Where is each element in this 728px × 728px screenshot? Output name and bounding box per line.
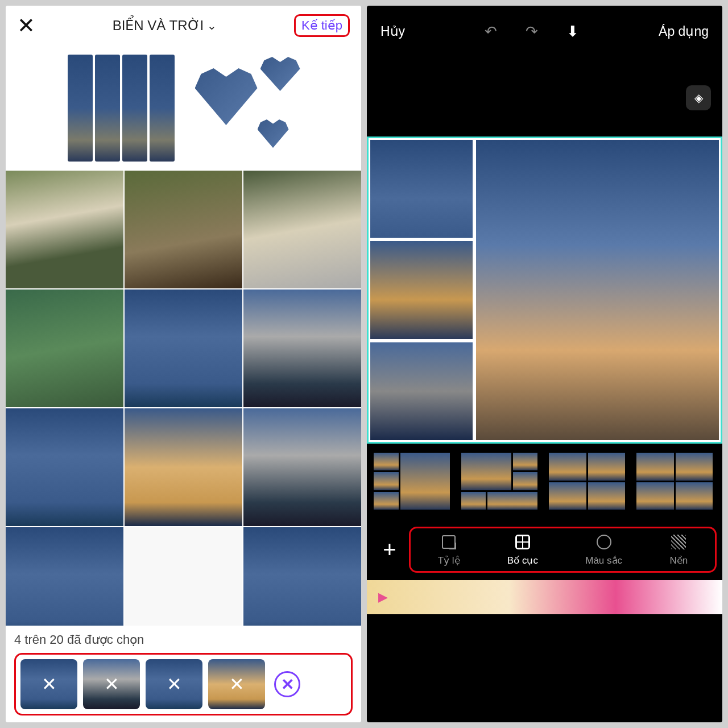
nav-label: Bố cục (507, 555, 538, 566)
photo-thumbnail[interactable] (6, 289, 123, 407)
photo-thumbnail[interactable] (125, 171, 242, 288)
remove-icon[interactable]: ✕ (83, 659, 140, 709)
clear-selection-button[interactable]: ✕ (274, 671, 300, 697)
template-hearts[interactable] (189, 51, 303, 165)
album-title-label: BIỂN VÀ TRỜI (113, 18, 204, 34)
nav-label: Tỷ lệ (438, 555, 460, 566)
editor-header: Hủy ↶ ↷ ⬇ Áp dụng (367, 6, 722, 57)
next-button[interactable]: Kế tiếp (294, 14, 350, 37)
cancel-button[interactable]: Hủy (380, 24, 405, 39)
close-button[interactable]: ✕ (17, 13, 35, 38)
nav-item-background[interactable]: Nền (669, 533, 688, 566)
album-selector[interactable]: BIỂN VÀ TRỜI ⌄ (113, 18, 217, 34)
remove-icon[interactable]: ✕ (20, 659, 77, 709)
photo-picker-screen: ✕ BIỂN VÀ TRỜI ⌄ Kế tiếp (6, 6, 361, 722)
photo-thumbnail[interactable] (6, 171, 123, 288)
layout-preset[interactable] (461, 453, 537, 510)
editor-bottom-nav: + Tỷ lệ Bố cục Màu sắc Nền (367, 519, 722, 580)
selected-thumbnail[interactable]: ✕ (20, 659, 77, 709)
collage-editor-screen: Hủy ↶ ↷ ⬇ Áp dụng ◈ (367, 6, 722, 722)
apply-button[interactable]: Áp dụng (659, 24, 709, 39)
nav-label: Nền (669, 555, 688, 566)
picker-header: ✕ BIỂN VÀ TRỜI ⌄ Kế tiếp (6, 6, 361, 46)
remove-icon[interactable]: ✕ (146, 659, 202, 709)
selected-thumbnails-row: ✕ ✕ ✕ ✕ ✕ (14, 653, 353, 715)
ad-banner[interactable] (367, 580, 722, 614)
selected-thumbnail[interactable]: ✕ (83, 659, 140, 709)
collage-cell[interactable] (370, 342, 473, 440)
collage-templates-row (6, 46, 361, 171)
nav-item-color[interactable]: Màu sắc (585, 533, 622, 566)
color-icon (597, 535, 611, 549)
layout-icon (515, 535, 530, 549)
layout-preset[interactable] (636, 453, 713, 510)
layout-presets-strip[interactable] (367, 444, 722, 519)
photo-thumbnail[interactable] (243, 171, 361, 288)
remove-icon[interactable]: ✕ (208, 659, 265, 709)
selected-thumbnail[interactable]: ✕ (208, 659, 265, 709)
download-icon[interactable]: ⬇ (566, 23, 579, 40)
selection-status: 4 trên 20 đã được chọn (14, 632, 353, 647)
layout-preset[interactable] (374, 453, 450, 510)
nav-item-layout[interactable]: Bố cục (507, 533, 538, 566)
layers-icon: ◈ (694, 91, 703, 105)
photo-thumbnail[interactable] (125, 289, 242, 407)
undo-icon[interactable]: ↶ (485, 23, 497, 40)
collage-cell[interactable] (370, 241, 473, 339)
layout-preset[interactable] (549, 453, 625, 510)
nav-items-highlighted: Tỷ lệ Bố cục Màu sắc Nền (409, 527, 717, 573)
photo-thumbnail[interactable] (125, 408, 242, 526)
collage-canvas[interactable] (367, 136, 722, 444)
collage-cell[interactable] (476, 140, 719, 440)
collage-cell[interactable] (370, 140, 473, 238)
template-strips[interactable] (64, 51, 178, 165)
ratio-icon (442, 535, 456, 549)
nav-item-ratio[interactable]: Tỷ lệ (438, 533, 460, 566)
background-icon (671, 535, 686, 549)
selection-bar: 4 trên 20 đã được chọn ✕ ✕ ✕ ✕ ✕ (6, 626, 361, 722)
chevron-down-icon: ⌄ (207, 19, 217, 32)
photo-thumbnail[interactable] (6, 408, 123, 526)
add-button[interactable]: + (373, 532, 407, 566)
selected-thumbnail[interactable]: ✕ (146, 659, 202, 709)
photo-thumbnail[interactable] (243, 408, 361, 526)
photo-thumbnail[interactable] (243, 289, 361, 407)
layers-button[interactable]: ◈ (686, 85, 711, 110)
nav-label: Màu sắc (585, 555, 622, 566)
redo-icon[interactable]: ↷ (526, 23, 538, 40)
photo-grid (6, 171, 361, 645)
